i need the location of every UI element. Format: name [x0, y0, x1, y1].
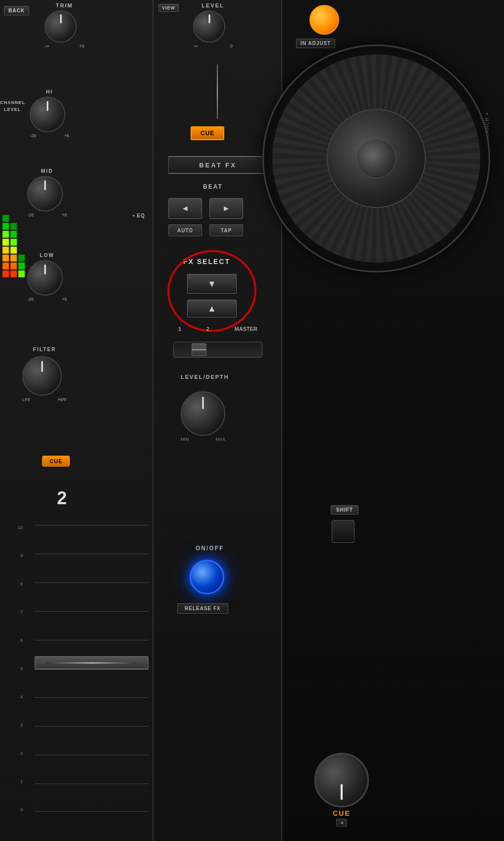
- level-knob[interactable]: [193, 10, 225, 43]
- fx-assign-master: MASTER: [235, 326, 257, 332]
- scale-2: 2: [20, 751, 23, 756]
- fader-line: [35, 640, 149, 640]
- hi-range: -26 +6: [30, 133, 69, 138]
- level-depth-section: MIN MAX: [181, 391, 225, 442]
- beat-fx-label: BEAT FX: [199, 161, 237, 169]
- vu-seg: [10, 231, 17, 238]
- lpf-label: LPF: [22, 397, 31, 402]
- trim-max: +9: [79, 44, 84, 49]
- level-depth-label: LEVEL/DEPTH: [181, 374, 229, 380]
- orange-button[interactable]: [309, 5, 339, 35]
- hi-min: -26: [30, 133, 36, 138]
- trim-section: TRIM -∞ +9: [45, 2, 84, 49]
- vu-meter: [2, 139, 25, 277]
- mid-min: -26: [27, 212, 34, 217]
- on-off-label: ON/OFF: [196, 545, 224, 552]
- auto-button[interactable]: AUTO: [168, 224, 202, 236]
- jog-center: [356, 139, 396, 178]
- fx-slider-highlight: [192, 349, 206, 351]
- channel-level-label: CHANNELLEVEL: [0, 99, 25, 113]
- left-panel: BACK TRIM -∞ +9 CHANNELLEVEL: [0, 0, 153, 841]
- vu-seg: [2, 231, 9, 238]
- low-min: -26: [27, 297, 34, 302]
- fx-select-label: FX SELECT: [183, 258, 230, 265]
- level-depth-knob[interactable]: [181, 391, 225, 436]
- fx-assign-1: 1: [178, 326, 181, 332]
- beat-fx-button[interactable]: BEAT FX: [168, 156, 267, 174]
- level-max: 0: [230, 44, 233, 49]
- hi-knob[interactable]: [30, 97, 65, 132]
- mid-label: MID: [27, 168, 67, 174]
- tap-button[interactable]: TAP: [209, 224, 243, 236]
- filter-range: LPF HPF: [22, 397, 67, 402]
- vu-seg: [10, 270, 17, 277]
- cue-back-icon: ◄: [340, 820, 344, 825]
- level-section: LEVEL -∞ 0: [193, 2, 233, 49]
- trim-label: TRIM: [45, 2, 84, 8]
- fader-line: [35, 697, 149, 698]
- cue-knob-sub: ◄: [336, 819, 348, 827]
- level-depth-max: MAX: [215, 437, 225, 442]
- fader-line: [35, 554, 149, 554]
- cue-knob[interactable]: [314, 753, 369, 807]
- hi-label: HI: [30, 89, 69, 95]
- mid-section: MID -26 +6: [27, 168, 67, 217]
- mid-range: -26 +6: [27, 212, 67, 217]
- in-adjust-button[interactable]: IN ADJUST: [296, 39, 335, 48]
- fader-line: [35, 525, 149, 526]
- trim-knob[interactable]: [45, 10, 77, 43]
- jog-inner: [327, 109, 426, 208]
- hi-max: +6: [64, 133, 69, 138]
- vu-seg: [10, 255, 17, 262]
- fader-line: [35, 582, 149, 583]
- fader-thumb[interactable]: [35, 656, 149, 669]
- shift-button[interactable]: SHIFT: [331, 505, 358, 515]
- scale-7: 7: [20, 610, 23, 615]
- on-off-button[interactable]: [190, 560, 224, 594]
- fader-section: 10 9 8 7 6 5 4 3 2 1 0: [10, 525, 134, 832]
- filter-label: FILTER: [22, 347, 67, 352]
- vu-seg: [18, 270, 25, 277]
- scale-9: 9: [20, 553, 23, 558]
- fx-assign-section: 1 2 MASTER: [173, 326, 262, 358]
- level-fader-line: [217, 64, 218, 119]
- cue-button-left[interactable]: CUE: [42, 456, 70, 467]
- scale-3: 3: [20, 723, 23, 728]
- vu-seg: [2, 255, 9, 262]
- fader-line: [35, 726, 149, 727]
- vu-seg: [2, 215, 9, 222]
- beat-label: BEAT: [203, 183, 223, 190]
- fader-line: [35, 611, 149, 612]
- back-button[interactable]: BACK: [4, 6, 29, 15]
- dj-controller: BACK TRIM -∞ +9 CHANNELLEVEL: [0, 0, 504, 841]
- vu-seg: [2, 247, 9, 254]
- beat-arrows: ◄ ►: [168, 198, 243, 219]
- shift-square-button[interactable]: [332, 520, 354, 543]
- beat-left-button[interactable]: ◄: [168, 198, 202, 219]
- fx-assign-2: 2: [206, 326, 209, 332]
- release-fx-button[interactable]: RELEASE FX: [177, 603, 228, 614]
- fx-select-down-button[interactable]: ▼: [187, 274, 237, 294]
- channel-number: 2: [57, 488, 67, 509]
- fx-down-icon: ▼: [207, 279, 216, 289]
- vu-seg: [10, 223, 17, 230]
- scale-0: 0: [20, 807, 23, 812]
- level-depth-range: MIN MAX: [181, 437, 225, 442]
- scale-4: 4: [20, 694, 23, 699]
- view-button[interactable]: VIEW: [158, 4, 179, 12]
- mid-max: +6: [62, 212, 67, 217]
- jog-wheel[interactable]: [262, 45, 490, 272]
- fx-select-up-button[interactable]: ▲: [187, 300, 237, 317]
- low-label: LOW: [27, 253, 67, 258]
- auto-tap-row: AUTO TAP: [168, 224, 243, 236]
- low-knob[interactable]: [27, 260, 63, 296]
- beat-right-button[interactable]: ►: [209, 198, 243, 219]
- vu-seg: [2, 270, 9, 277]
- cue-knob-section: CUE ◄: [312, 753, 371, 812]
- cue-button-mid[interactable]: CUE: [191, 126, 224, 140]
- hpf-label: HPF: [58, 397, 67, 402]
- mid-knob[interactable]: [27, 176, 63, 211]
- fx-assign-slider[interactable]: [173, 342, 262, 358]
- filter-knob[interactable]: [22, 356, 62, 396]
- scale-10: 10: [18, 525, 23, 530]
